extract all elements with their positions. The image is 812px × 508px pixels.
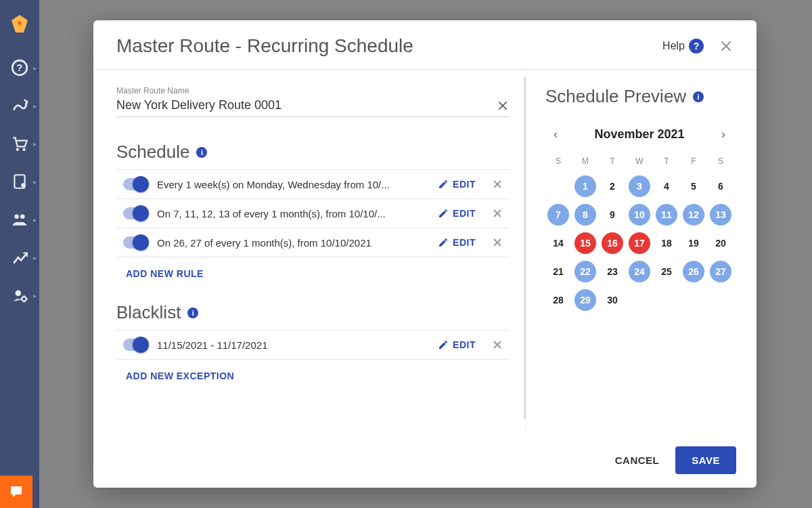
calendar-day[interactable]: 20 [710,232,731,254]
calendar-day[interactable]: 12 [683,204,704,226]
add-new-exception-button[interactable]: ADD NEW EXCEPTION [126,371,234,381]
svg-point-6 [21,183,25,188]
cancel-button[interactable]: CANCEL [615,454,660,466]
add-new-rule-button[interactable]: ADD NEW RULE [126,268,204,279]
route-name-input[interactable] [116,98,496,112]
calendar-day[interactable]: 14 [547,232,569,254]
calendar-day[interactable]: 11 [656,204,677,226]
calendar-day[interactable]: 17 [629,232,650,254]
calendar-day[interactable]: 19 [683,232,704,254]
pencil-icon [438,339,449,350]
modal-title: Master Route - Recurring Schedule [116,35,662,57]
calendar-day[interactable]: 3 [629,175,650,197]
calendar-day[interactable]: 8 [574,204,596,226]
calendar-day[interactable]: 28 [547,289,569,311]
calendar-day[interactable]: 6 [710,175,731,197]
left-panel: Master Route Name Schedule i Every 1 wee… [93,70,526,433]
calendar-day[interactable]: 25 [656,261,677,282]
blacklist-rule-list: 11/15/2021 - 11/17/2021EDIT [116,330,510,360]
preview-title-text: Schedule Preview [545,86,686,107]
pencil-icon [438,237,449,248]
sidebar-item-team[interactable] [0,200,39,238]
sidebar-item-orders[interactable] [0,125,39,163]
rule-row: 11/15/2021 - 11/17/2021EDIT [116,331,510,360]
remove-rule-icon[interactable] [492,208,503,219]
svg-point-10 [22,297,26,301]
edit-button[interactable]: EDIT [438,208,476,219]
edit-label: EDIT [453,208,476,219]
svg-point-4 [22,148,25,151]
calendar-day[interactable]: 16 [602,232,623,254]
calendar-day[interactable]: 2 [602,175,623,197]
rule-toggle[interactable] [123,236,148,249]
calendar-dow: T [654,156,679,170]
remove-rule-icon[interactable] [492,339,503,350]
rule-text: 11/15/2021 - 11/17/2021 [157,339,428,351]
calendar-dow: F [681,156,706,170]
sidebar-item-settings[interactable] [0,276,39,314]
edit-button[interactable]: EDIT [438,339,476,350]
save-button[interactable]: SAVE [675,446,736,474]
calendar-dow: S [545,156,571,170]
close-icon[interactable] [719,39,734,54]
modal-footer: CANCEL SAVE [93,433,757,488]
preview-panel: Schedule Preview i ‹ November 2021 › SMT… [526,70,757,433]
calendar-day[interactable]: 22 [574,261,596,282]
remove-rule-icon[interactable] [492,237,503,248]
info-icon[interactable]: i [187,308,198,318]
svg-point-7 [14,214,19,219]
sidebar-item-addressbook[interactable] [0,163,39,200]
rule-text: Every 1 week(s) on Monday, Wednesday fro… [157,179,428,190]
rule-toggle[interactable] [123,339,148,351]
help-link[interactable]: Help [662,40,685,52]
calendar-day[interactable]: 15 [574,232,596,254]
app-sidebar: ? [0,0,39,508]
remove-rule-icon[interactable] [492,179,503,190]
pencil-icon [438,179,449,190]
edit-button[interactable]: EDIT [438,179,476,190]
svg-point-8 [20,214,25,219]
schedule-rule-list: Every 1 week(s) on Monday, Wednesday fro… [116,169,510,257]
calendar-dow: S [708,156,734,170]
app-logo[interactable] [0,0,39,49]
calendar-day[interactable]: 5 [683,175,704,197]
schedule-section-title: Schedule i [116,142,510,163]
calendar-day[interactable]: 18 [656,232,677,254]
route-name-label: Master Route Name [116,86,510,96]
rule-toggle[interactable] [123,178,148,190]
calendar-nav: ‹ November 2021 › [545,125,734,144]
calendar-day[interactable]: 26 [683,261,704,282]
prev-month-button[interactable]: ‹ [548,125,563,144]
info-icon[interactable]: i [196,147,207,158]
calendar-day[interactable]: 30 [602,289,623,311]
blacklist-section-title: Blacklist i [116,302,510,323]
calendar-day[interactable]: 23 [602,261,623,282]
calendar-day[interactable]: 27 [710,261,731,282]
pencil-icon [438,208,449,219]
sidebar-item-help[interactable]: ? [0,49,39,87]
calendar-day[interactable]: 24 [629,261,650,282]
svg-point-3 [16,148,19,151]
rule-row: On 7, 11, 12, 13 of every 1 month(s), fr… [116,199,510,228]
edit-button[interactable]: EDIT [438,237,476,248]
calendar-day[interactable]: 10 [629,204,650,226]
calendar-day[interactable]: 13 [710,204,731,226]
sidebar-item-analytics[interactable] [0,238,39,276]
next-month-button[interactable]: › [716,125,731,144]
chat-button[interactable] [0,475,32,508]
calendar-day[interactable]: 4 [656,175,677,197]
info-icon[interactable]: i [693,91,704,102]
calendar-grid: SMTWTFS123456789101112131415161718192021… [545,156,734,312]
calendar-dow: M [572,156,598,170]
rule-toggle[interactable] [123,207,148,219]
svg-text:?: ? [16,62,22,73]
calendar-day[interactable]: 9 [602,204,623,226]
calendar-day[interactable]: 21 [547,261,569,282]
help-icon[interactable]: ? [689,39,704,54]
calendar-day[interactable]: 1 [574,175,596,197]
rule-row: Every 1 week(s) on Monday, Wednesday fro… [116,170,510,199]
calendar-day[interactable]: 7 [547,204,569,226]
sidebar-item-routes[interactable] [0,87,39,125]
calendar-day[interactable]: 29 [574,289,596,311]
clear-name-icon[interactable] [496,99,510,112]
